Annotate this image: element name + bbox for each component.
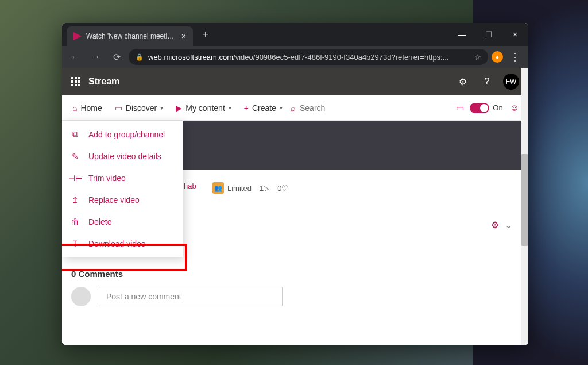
nav-create[interactable]: +Create▾ [239, 101, 287, 115]
privacy-badge[interactable]: 👥 Limited [212, 182, 252, 194]
browser-address-bar: ← → ⟳ 🔒 web.microsoftstream.com/video/90… [62, 46, 528, 68]
video-settings-icon[interactable]: ⚙ [491, 220, 499, 230]
toggle-label: On [493, 103, 502, 112]
scrollbar-thumb[interactable] [521, 154, 528, 246]
chat-icon: ▭ [115, 103, 122, 113]
menu-replace-video[interactable]: ↥ Replace video [62, 189, 183, 211]
help-icon[interactable]: ? [479, 74, 495, 90]
search-input[interactable] [300, 103, 357, 113]
people-icon: 👥 [212, 182, 224, 194]
author-name-partial[interactable]: hab [184, 182, 196, 190]
extension-icon[interactable]: ● [492, 51, 503, 63]
expand-chevron-icon[interactable]: ⌄ [505, 220, 512, 230]
video-actions-menu: ⧉ Add to group/channel ✎ Update video de… [62, 121, 183, 257]
menu-add-to-group[interactable]: ⧉ Add to group/channel [62, 123, 183, 145]
browser-window: Watch 'New channel meeting' | M × + — ☐ … [62, 23, 528, 345]
tab-close-icon[interactable]: × [181, 32, 186, 41]
window-maximize-button[interactable]: ☐ [475, 23, 502, 46]
heart-icon: ♡ [281, 184, 288, 193]
companion-toggle[interactable] [470, 103, 489, 113]
group-add-icon: ⧉ [70, 129, 80, 139]
replace-icon: ↥ [70, 195, 80, 205]
browser-menu-button[interactable]: ⋮ [506, 51, 524, 63]
chevron-down-icon: ▾ [160, 105, 163, 111]
likes-count: 0♡ [277, 184, 288, 193]
stream-favicon-icon [74, 32, 82, 40]
nav-home[interactable]: ⌂Home [68, 101, 107, 115]
window-minimize-button[interactable]: — [449, 23, 475, 46]
settings-gear-icon[interactable]: ⚙ [455, 74, 471, 90]
nav-reload-button[interactable]: ⟳ [108, 48, 125, 66]
nav-forward-button[interactable]: → [87, 48, 105, 66]
chevron-down-icon: ▾ [280, 105, 283, 111]
search-box[interactable]: ⌕ [291, 103, 357, 113]
url-field[interactable]: 🔒 web.microsoftstream.com/video/90986ec5… [129, 49, 488, 65]
comments-heading: 0 Comments [71, 269, 512, 279]
browser-tab[interactable]: Watch 'New channel meeting' | M × [67, 26, 193, 46]
nav-back-button[interactable]: ← [67, 48, 84, 66]
url-text: web.microsoftstream.com/video/90986ec5-e… [148, 53, 470, 62]
user-avatar[interactable]: FW [503, 74, 519, 90]
video-icon: ▶ [176, 103, 182, 113]
menu-delete[interactable]: 🗑 Delete [62, 211, 183, 233]
nav-mycontent[interactable]: ▶My content▾ [171, 101, 235, 115]
comment-avatar [71, 287, 91, 306]
menu-update-details[interactable]: ✎ Update video details [62, 145, 183, 167]
bookmark-star-icon[interactable]: ☆ [474, 53, 481, 62]
feedback-icon[interactable]: ☺ [506, 103, 523, 113]
nav-discover[interactable]: ▭Discover▾ [110, 101, 168, 115]
stream-toolbar: ⌂Home ▭Discover▾ ▶My content▾ +Create▾ ⌕… [62, 95, 528, 121]
trim-icon: ⊣⊢ [70, 174, 80, 183]
lock-icon: 🔒 [136, 53, 144, 61]
menu-download-video[interactable]: ↧ Download video [62, 233, 183, 255]
chevron-down-icon: ▾ [229, 105, 231, 111]
home-icon: ⌂ [72, 103, 77, 113]
tab-title: Watch 'New channel meeting' | M [86, 32, 177, 40]
play-icon: ▷ [264, 184, 269, 193]
stream-header: Stream ⚙ ? FW [62, 68, 528, 95]
plus-icon: + [244, 103, 249, 113]
stream-app: Stream ⚙ ? FW ⌂Home ▭Discover▾ ▶My conte… [62, 68, 528, 345]
app-launcher-icon[interactable] [71, 77, 80, 86]
comment-input[interactable]: Post a new comment [99, 287, 283, 306]
trash-icon: 🗑 [70, 217, 80, 226]
download-icon: ↧ [70, 239, 80, 248]
browser-titlebar: Watch 'New channel meeting' | M × + — ☐ … [62, 23, 528, 46]
video-player-area[interactable] [180, 121, 521, 170]
window-close-button[interactable]: × [502, 23, 528, 46]
pencil-icon: ✎ [70, 152, 80, 161]
views-count: 1▷ [260, 184, 269, 193]
screencast-icon[interactable]: ▭ [454, 103, 466, 113]
app-title: Stream [88, 76, 119, 87]
search-icon: ⌕ [291, 103, 295, 113]
new-tab-button[interactable]: + [198, 26, 214, 43]
menu-trim-video[interactable]: ⊣⊢ Trim video [62, 167, 183, 189]
scrollbar-track[interactable] [521, 68, 528, 345]
